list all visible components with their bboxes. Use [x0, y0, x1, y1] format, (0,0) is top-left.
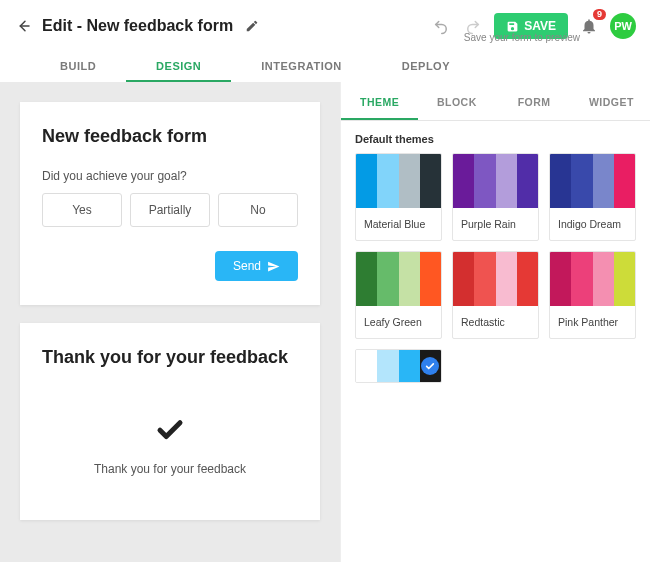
color-swatch — [593, 252, 614, 306]
choice-partially[interactable]: Partially — [130, 193, 210, 227]
color-swatch — [420, 350, 441, 382]
theme-card-redtastic[interactable]: Redtastic — [452, 251, 539, 339]
color-swatch — [399, 252, 420, 306]
back-arrow-icon[interactable] — [14, 17, 32, 35]
design-side-panel: THEME BLOCK FORM WIDGET Default themes M… — [340, 82, 650, 562]
color-swatch — [550, 154, 571, 208]
theme-name-label: Indigo Dream — [550, 208, 635, 240]
color-swatch — [377, 154, 398, 208]
color-swatch — [517, 252, 538, 306]
tab-build[interactable]: BUILD — [30, 50, 126, 82]
color-swatch — [550, 252, 571, 306]
color-swatch — [496, 252, 517, 306]
theme-card-material-blue[interactable]: Material Blue — [355, 153, 442, 241]
subtab-widget[interactable]: WIDGET — [573, 82, 650, 120]
color-swatch — [496, 154, 517, 208]
thankyou-message: Thank you for your feedback — [42, 462, 298, 476]
theme-name-label: Material Blue — [356, 208, 441, 240]
save-disk-icon — [506, 20, 519, 33]
undo-icon[interactable] — [430, 15, 452, 37]
notification-badge: 9 — [593, 9, 606, 20]
tab-deploy[interactable]: DEPLOY — [372, 50, 480, 82]
subtab-theme[interactable]: THEME — [341, 82, 418, 120]
color-swatch — [356, 154, 377, 208]
subtab-block[interactable]: BLOCK — [418, 82, 495, 120]
theme-card-purple-rain[interactable]: Purple Rain — [452, 153, 539, 241]
color-swatch — [593, 154, 614, 208]
color-swatch — [474, 252, 495, 306]
paper-plane-icon — [267, 260, 280, 273]
question-text: Did you achieve your goal? — [42, 169, 298, 183]
theme-name-label: Leafy Green — [356, 306, 441, 338]
default-themes-label: Default themes — [355, 133, 636, 145]
tab-integration[interactable]: INTEGRATION — [231, 50, 371, 82]
color-swatch — [453, 252, 474, 306]
thankyou-preview-card: Thank you for your feedback Thank you fo… — [20, 323, 320, 520]
save-hint-text: Save your form to preview — [464, 32, 580, 43]
tab-design[interactable]: DESIGN — [126, 50, 231, 82]
send-button-label: Send — [233, 259, 261, 273]
color-swatch — [420, 252, 441, 306]
theme-name-label: Pink Panther — [550, 306, 635, 338]
save-button-label: SAVE — [524, 19, 556, 33]
color-swatch — [571, 252, 592, 306]
theme-name-label: Redtastic — [453, 306, 538, 338]
pencil-icon[interactable] — [245, 19, 259, 33]
color-swatch — [571, 154, 592, 208]
theme-card-leafy-green[interactable]: Leafy Green — [355, 251, 442, 339]
theme-card-pink-panther[interactable]: Pink Panther — [549, 251, 636, 339]
theme-card-custom-selected[interactable] — [355, 349, 442, 383]
color-swatch — [356, 350, 377, 382]
design-sub-tabs: THEME BLOCK FORM WIDGET — [341, 82, 650, 121]
form-title: New feedback form — [42, 126, 298, 147]
send-button[interactable]: Send — [215, 251, 298, 281]
subtab-form[interactable]: FORM — [496, 82, 573, 120]
main-tabs: BUILD DESIGN INTEGRATION DEPLOY — [0, 50, 650, 82]
avatar[interactable]: PW — [610, 13, 636, 39]
color-swatch — [517, 154, 538, 208]
color-swatch — [399, 154, 420, 208]
selected-check-icon — [421, 357, 439, 375]
color-swatch — [356, 252, 377, 306]
color-swatch — [474, 154, 495, 208]
color-swatch — [453, 154, 474, 208]
form-preview-card: New feedback form Did you achieve your g… — [20, 102, 320, 305]
page-title: Edit - New feedback form — [42, 17, 233, 35]
form-preview-pane: New feedback form Did you achieve your g… — [0, 82, 340, 562]
checkmark-icon — [42, 414, 298, 444]
thankyou-title: Thank you for your feedback — [42, 347, 298, 368]
color-swatch — [614, 154, 635, 208]
color-swatch — [377, 252, 398, 306]
color-swatch — [399, 350, 420, 382]
color-swatch — [420, 154, 441, 208]
choice-no[interactable]: No — [218, 193, 298, 227]
theme-card-indigo-dream[interactable]: Indigo Dream — [549, 153, 636, 241]
theme-name-label: Purple Rain — [453, 208, 538, 240]
color-swatch — [614, 252, 635, 306]
color-swatch — [377, 350, 398, 382]
choice-yes[interactable]: Yes — [42, 193, 122, 227]
